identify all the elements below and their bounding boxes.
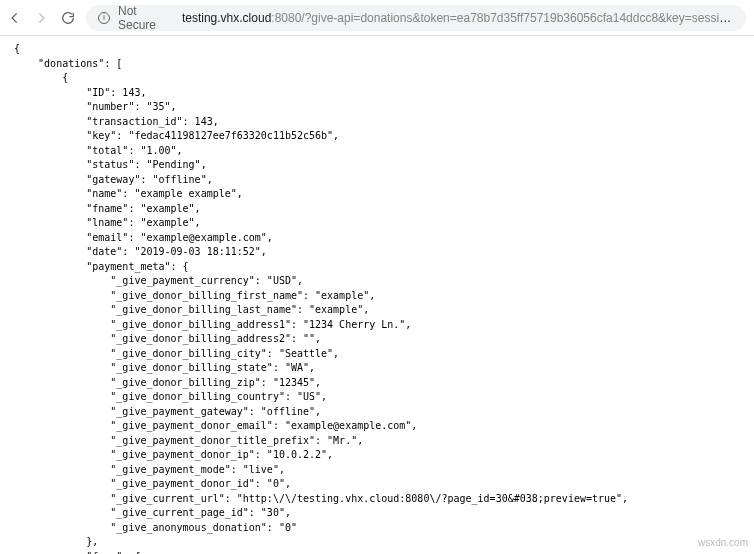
reload-button[interactable] xyxy=(60,10,76,26)
json-body: { "donations": [ { "ID": 143, "number": … xyxy=(0,36,754,554)
nav-buttons xyxy=(8,10,76,26)
forward-button[interactable] xyxy=(34,11,48,25)
back-button[interactable] xyxy=(8,11,22,25)
browser-toolbar: i Not Secure testing.vhx.cloud:8080/?giv… xyxy=(0,0,754,36)
not-secure-label: Not Secure xyxy=(118,5,174,31)
address-bar[interactable]: i Not Secure testing.vhx.cloud:8080/?giv… xyxy=(86,5,746,31)
not-secure-icon: i xyxy=(98,12,110,24)
watermark: wsxdn.com xyxy=(698,537,748,548)
url-text: testing.vhx.cloud:8080/?give-api=donatio… xyxy=(182,11,734,25)
